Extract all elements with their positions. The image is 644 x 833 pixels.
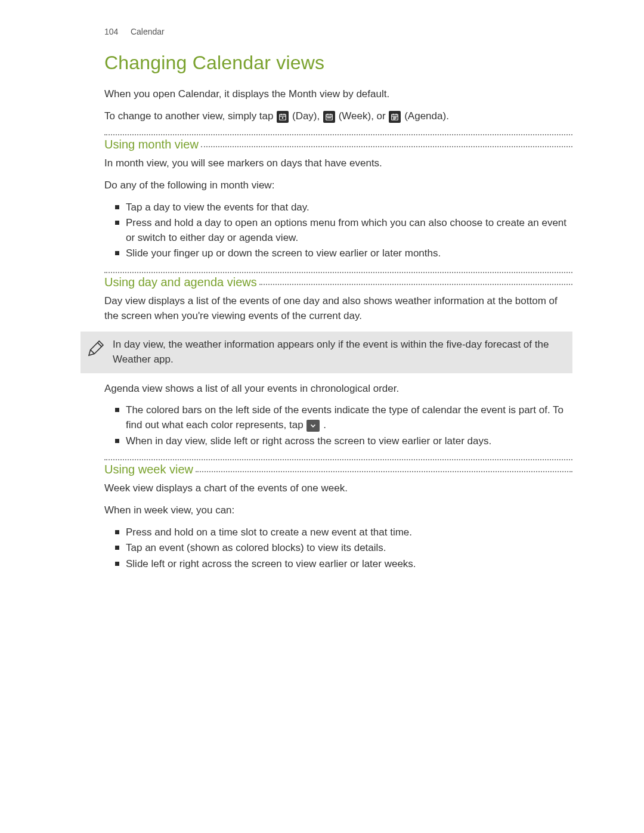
subheading-dayagenda: Using day and agenda views [104, 275, 257, 289]
dotted-line [259, 284, 572, 285]
intro-2b: (Day), [292, 110, 323, 122]
subheading-month: Using month view [104, 138, 199, 151]
svg-line-17 [91, 350, 95, 354]
subheading-row-dayagenda: Using day and agenda views [104, 275, 572, 289]
manual-page: 104 Calendar Changing Calendar views Whe… [0, 0, 644, 605]
list-item: Tap a day to view the events for that da… [126, 200, 572, 215]
month-bullets: Tap a day to view the events for that da… [104, 200, 572, 262]
subheading-row-week: Using week view [104, 463, 572, 476]
calendar-agenda-icon [389, 111, 401, 123]
intro-text-1: When you open Calendar, it displays the … [104, 87, 572, 102]
svg-rect-4 [282, 117, 283, 118]
page-title: Changing Calendar views [104, 52, 572, 74]
intro-2a: To change to another view, simply tap [104, 110, 276, 122]
svg-rect-9 [327, 117, 331, 118]
divider [104, 272, 572, 273]
divider [104, 459, 572, 460]
pencil-icon [85, 337, 107, 359]
subheading-week: Using week view [104, 463, 193, 476]
dayagenda-p2: Agenda view shows a list of all your eve… [104, 382, 572, 397]
divider [104, 134, 572, 135]
page-header: 104 Calendar [104, 27, 572, 36]
bullet-1b: . [323, 419, 326, 431]
bullet-1a: The colored bars on the left side of the… [126, 404, 564, 431]
note-box: In day view, the weather information app… [80, 332, 572, 373]
intro-text-2: To change to another view, simply tap (D… [104, 109, 572, 124]
list-item: Press and hold on a time slot to create … [126, 525, 572, 540]
dayagenda-p1: Day view displays a list of the events o… [104, 294, 572, 323]
week-p1: Week view displays a chart of the events… [104, 481, 572, 496]
calendar-week-icon [323, 111, 335, 123]
list-item: Press and hold a day to open an options … [126, 216, 572, 245]
chevron-down-icon [306, 420, 320, 432]
list-item: Tap an event (shown as colored blocks) t… [126, 541, 572, 556]
list-item: The colored bars on the left side of the… [126, 403, 572, 432]
month-p1: In month view, you will see markers on d… [104, 156, 572, 171]
list-item: Slide left or right across the screen to… [126, 557, 572, 572]
intro-2c: (Week), or [339, 110, 389, 122]
subheading-row-month: Using month view [104, 138, 572, 151]
intro-2d: (Agenda). [404, 110, 449, 122]
section-name: Calendar [131, 27, 165, 36]
list-item: When in day view, slide left or right ac… [126, 434, 572, 449]
week-p2: When in week view, you can: [104, 503, 572, 518]
page-number: 104 [104, 27, 128, 36]
month-p2: Do any of the following in month view: [104, 178, 572, 193]
note-text: In day view, the weather information app… [113, 339, 549, 365]
calendar-day-icon [277, 111, 289, 123]
dotted-line [196, 471, 572, 472]
list-item: Slide your finger up or down the screen … [126, 246, 572, 261]
week-bullets: Press and hold on a time slot to create … [104, 525, 572, 572]
dayagenda-bullets: The colored bars on the left side of the… [104, 403, 572, 448]
dotted-line [201, 146, 572, 147]
